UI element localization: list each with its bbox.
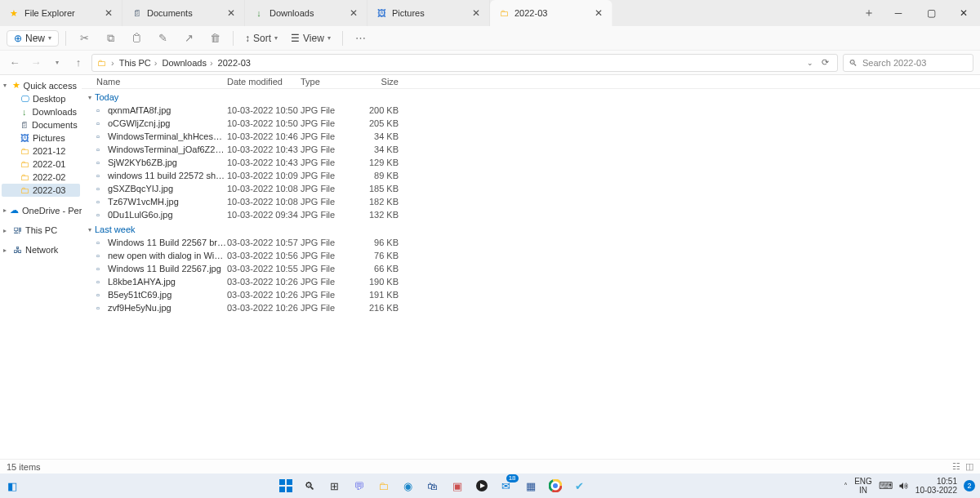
language-indicator[interactable]: ENG IN	[854, 477, 872, 495]
file-row[interactable]: ▫windows 11 build 22572 show more opti..…	[82, 169, 980, 182]
paste-icon[interactable]: 📋︎	[125, 32, 148, 44]
view-button[interactable]: ☰ View ▾	[286, 33, 336, 44]
address-bar[interactable]: 🗀 › This PC› Downloads› 2022-03 ⌄ ⟳	[91, 54, 838, 72]
maximize-button[interactable]: ▢	[915, 0, 947, 26]
sort-button[interactable]: ↕ Sort ▾	[240, 33, 283, 44]
notification-badge[interactable]: 2	[964, 480, 975, 491]
close-button[interactable]: ✕	[947, 0, 980, 26]
sidebar-item-desktop[interactable]: 🖵Desktop	[2, 92, 80, 105]
wifi-icon[interactable]: ⌨	[879, 480, 893, 491]
file-row[interactable]: ▫L8kbe1AHYA.jpg03-03-2022 10:26JPG File1…	[82, 275, 980, 288]
file-name: windows 11 build 22572 show more opti...	[108, 171, 227, 180]
tab-documents[interactable]: 📄︎Documents✕	[122, 0, 245, 26]
chat-icon[interactable]: 💬︎	[352, 478, 367, 493]
close-icon[interactable]: ✕	[102, 7, 115, 19]
sidebar-item-documents[interactable]: 📄︎Documents	[2, 118, 80, 131]
file-row[interactable]: ▫Windows 11 Build 22567.jpg03-03-2022 10…	[82, 262, 980, 275]
rename-icon[interactable]: ✎	[151, 32, 174, 44]
check-icon[interactable]: ✔	[572, 478, 587, 493]
sidebar-item-2021-12[interactable]: 🗀2021-12	[2, 145, 80, 158]
tab-label: File Explorer	[24, 8, 97, 18]
mail-icon[interactable]: ✉ 18	[499, 478, 514, 493]
store-icon[interactable]: 🛍︎	[425, 478, 440, 493]
image-file-icon: ▫	[96, 171, 108, 180]
file-row[interactable]: ▫B5ey51tC69.jpg03-03-2022 10:26JPG File1…	[82, 288, 980, 301]
refresh-icon[interactable]: ⟳	[822, 57, 829, 68]
doc-icon: 📄︎	[131, 7, 142, 19]
file-row[interactable]: ▫0Du1LulG6o.jpg10-03-2022 09:34JPG File1…	[82, 208, 980, 221]
column-type[interactable]: Type	[301, 77, 364, 87]
file-row[interactable]: ▫zvf9He5yNu.jpg03-03-2022 10:26JPG File2…	[82, 301, 980, 314]
tab-pictures[interactable]: 🖼︎Pictures✕	[368, 0, 490, 26]
search-input[interactable]: 🔍︎ Search 2022-03	[843, 54, 973, 72]
file-row[interactable]: ▫Tz67W1vcMH.jpg10-03-2022 10:08JPG File1…	[82, 195, 980, 208]
more-icon[interactable]: ⋯	[350, 32, 372, 44]
chrome-icon[interactable]	[548, 478, 563, 493]
breadcrumb-segment[interactable]: Downloads›	[162, 58, 212, 68]
download-icon: ↓	[20, 107, 29, 117]
sidebar-quick-access[interactable]: ▾ ★ Quick access	[2, 78, 80, 92]
edge-icon[interactable]: ◉	[401, 478, 416, 493]
clock[interactable]: 10:51 10-03-2022	[915, 477, 957, 495]
sidebar-item-downloads[interactable]: ↓Downloads	[2, 105, 80, 118]
recent-button[interactable]: ▾	[49, 59, 65, 66]
sidebar-item-pictures[interactable]: 🖼︎Pictures	[2, 131, 80, 145]
up-button[interactable]: ↑	[70, 56, 87, 69]
sidebar-item-2022-03[interactable]: 🗀2022-03	[2, 184, 80, 197]
sidebar-item-label: 2022-03	[33, 185, 65, 195]
tab-2022-03[interactable]: 🗀2022-03✕	[490, 0, 612, 26]
close-icon[interactable]: ✕	[470, 7, 483, 19]
column-size[interactable]: Size	[364, 77, 399, 87]
thumbnails-view-icon[interactable]: ◫	[965, 461, 973, 472]
task-view-icon[interactable]: ⊞	[327, 478, 342, 493]
status-bar: 15 items ☷ ◫	[0, 459, 980, 474]
close-icon[interactable]: ✕	[592, 7, 605, 19]
media-icon[interactable]	[474, 478, 489, 493]
column-name[interactable]: Name	[96, 77, 227, 87]
copy-icon[interactable]: ⧉	[99, 32, 122, 45]
tab-downloads[interactable]: ↓Downloads✕	[245, 0, 368, 26]
file-row[interactable]: ▫new open with dialog in Windows 11 Buil…	[82, 249, 980, 262]
sidebar-onedrive[interactable]: ▸ ☁ OneDrive - Personal	[2, 203, 80, 217]
back-button[interactable]: ←	[7, 56, 23, 69]
cut-icon[interactable]: ✂	[73, 32, 96, 44]
file-row[interactable]: ▫oCGWljZcnj.jpg10-03-2022 10:50JPG File2…	[82, 117, 980, 130]
widgets-icon[interactable]: ◧	[5, 478, 20, 493]
breadcrumb-segment[interactable]: This PC›	[119, 58, 158, 68]
file-type: JPG File	[301, 105, 364, 115]
minimize-button[interactable]: ─	[882, 0, 915, 26]
breadcrumb-segment[interactable]: 2022-03	[218, 58, 251, 68]
file-row[interactable]: ▫WindowsTerminal_jOaf6Z2M1i.jpg10-03-202…	[82, 143, 980, 156]
chevron-down-icon[interactable]: ⌄	[807, 59, 813, 67]
sidebar-item-2022-02[interactable]: 🗀2022-02	[2, 171, 80, 184]
volume-icon[interactable]: 🔊︎	[899, 480, 909, 491]
group-header[interactable]: ▾Today	[82, 89, 980, 104]
file-row[interactable]: ▫qxnmAfTA8f.jpg10-03-2022 10:50JPG File2…	[82, 104, 980, 117]
new-button[interactable]: ⊕ New ▾	[7, 30, 59, 47]
delete-icon[interactable]: 🗑︎	[203, 32, 226, 44]
file-row[interactable]: ▫Windows 11 Build 22567 brings a new op.…	[82, 236, 980, 249]
tab-file-explorer[interactable]: ★File Explorer✕	[0, 0, 122, 26]
close-icon[interactable]: ✕	[347, 7, 360, 19]
search-icon[interactable]: 🔍︎	[303, 478, 318, 493]
sidebar-network[interactable]: ▸ 🖧 Network	[2, 243, 80, 256]
sidebar-item-label: 2022-02	[33, 172, 65, 182]
tray-chevron-icon[interactable]: ˄	[844, 482, 848, 491]
forward-button[interactable]: →	[28, 56, 44, 69]
file-row[interactable]: ▫WindowsTerminal_khHcesSYCB.jpg10-03-202…	[82, 130, 980, 143]
start-icon[interactable]	[278, 478, 293, 493]
sidebar-this-pc[interactable]: ▸ 🖳 This PC	[2, 224, 80, 237]
new-tab-button[interactable]: ＋	[856, 0, 882, 26]
file-explorer-icon[interactable]: 🗀	[376, 478, 391, 493]
word-icon[interactable]: ▦	[523, 478, 538, 493]
close-icon[interactable]: ✕	[225, 7, 238, 19]
file-row[interactable]: ▫gSXZBqcYIJ.jpg10-03-2022 10:08JPG File1…	[82, 182, 980, 195]
details-view-icon[interactable]: ☷	[952, 461, 960, 472]
column-date[interactable]: Date modified	[227, 77, 301, 87]
app-icon[interactable]: ▣	[450, 478, 465, 493]
plus-icon: ⊕	[14, 33, 22, 44]
group-header[interactable]: ▾Last week	[82, 221, 980, 236]
file-row[interactable]: ▫SjW2KYb6ZB.jpg10-03-2022 10:43JPG File1…	[82, 156, 980, 169]
share-icon[interactable]: ↗	[177, 32, 200, 44]
sidebar-item-2022-01[interactable]: 🗀2022-01	[2, 158, 80, 171]
